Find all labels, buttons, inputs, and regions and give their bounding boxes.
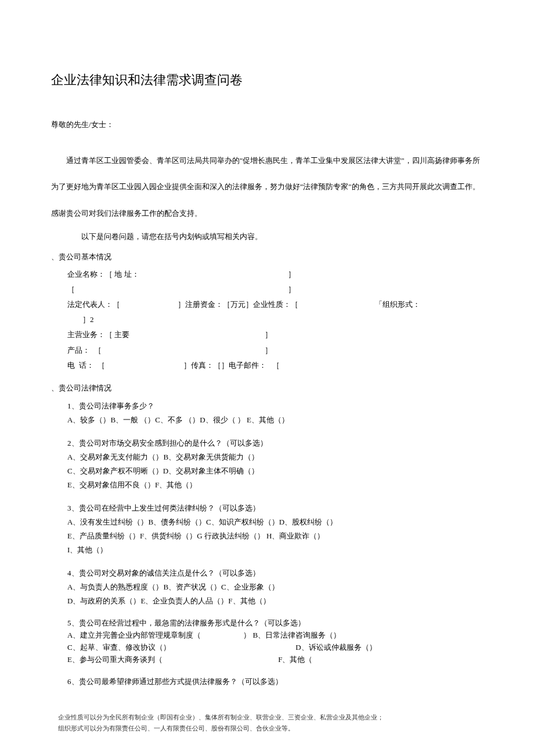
q3-opt-line1[interactable]: A、没有发生过纠纷（）B、债务纠纷（）C、知识产权纠纷（）D、股权纠纷（） bbox=[67, 515, 483, 529]
footnote-line2: 组织形式可以分为有限责任公司、一人有限责任公司、股份有限公司、合伙企业等。 bbox=[58, 723, 483, 734]
page-title: 企业法律知识和法律需求调查问卷 bbox=[51, 70, 483, 90]
salutation: 尊敬的先生/女士： bbox=[51, 119, 483, 131]
q5-opt-line2[interactable]: C、起草、审查、修改协议（） D、诉讼或仲裁服务（） bbox=[67, 642, 483, 654]
field-reg-capital-nature[interactable]: ］注册资金：［万元］企业性质：［ bbox=[178, 298, 375, 311]
q3-opt-line2[interactable]: E、产品质量纠纷（）F、供货纠纷（）G 行政执法纠纷（） H、商业欺诈（） bbox=[67, 529, 483, 543]
section1-header: 、贵公司基本情况 bbox=[51, 251, 483, 263]
q5-opt-line1[interactable]: A、建立并完善企业内部管理规章制度（ ） B、日常法律咨询服务（） bbox=[67, 630, 483, 642]
q2-opt-line2[interactable]: C、交易对象产权不明晰（）D、交易对象主体不明确（） bbox=[67, 464, 483, 478]
instruction-text: 以下是问卷问题，请您在括号内划钩或填写相关内容。 bbox=[51, 231, 483, 243]
bracket: ］ bbox=[265, 328, 272, 341]
field-address[interactable]: ［ bbox=[67, 283, 288, 296]
q6-text: 6、贵公司最希望律师通过那些方式提供法律服务？（可以多选） bbox=[67, 675, 483, 689]
footnote-line1: 企业性质可以分为全民所有制企业（即国有企业）、集体所有制企业、联营企业、三资企业… bbox=[58, 712, 483, 723]
intro-paragraph: 通过青羊区工业园管委会、青羊区司法局共同举办的"促增长惠民生，青羊工业集中发展区… bbox=[51, 147, 483, 227]
field-product[interactable]: 产品： ［ bbox=[67, 344, 265, 357]
q5-opt-c[interactable]: C、起草、审查、修改协议（） bbox=[67, 642, 294, 654]
basic-info-block: 企业名称：［ 地 址： ］ ［ ］ 法定代表人：［ ］注册资金：［万元］企业性质… bbox=[51, 268, 483, 372]
q4-opt-line2[interactable]: D、与政府的关系（）E、企业负责人的人品（）F、其他（） bbox=[67, 594, 483, 608]
q5-text: 5、贵公司在经营过程中，最急需的法律服务形式是什么？（可以多选） bbox=[67, 617, 483, 630]
questions-block: 1、贵公司法律事务多少？ A、较多（）B、一般 （）C、不多 （）D、很少（ ）… bbox=[51, 399, 483, 689]
field-company-name[interactable]: 企业名称：［ 地 址： bbox=[67, 268, 288, 281]
footnote: 企业性质可以分为全民所有制企业（即国有企业）、集体所有制企业、联营企业、三资企业… bbox=[51, 712, 483, 733]
section2-header: 、贵公司法律情况 bbox=[51, 382, 483, 395]
q5-opt-line3[interactable]: E、参与公司重大商务谈判（ F、其他（ bbox=[67, 654, 483, 666]
bracket: ］ bbox=[288, 283, 295, 296]
q4-opt-line1[interactable]: A、与负责人的熟悉程度（）B、资产状况（）C、企业形象（） bbox=[67, 580, 483, 594]
field-phone[interactable]: 电 话： ［ bbox=[67, 359, 183, 372]
q5-opt-a[interactable]: A、建立并完善企业内部管理规章制度（ bbox=[67, 630, 241, 642]
q5-opt-e[interactable]: E、参与公司重大商务谈判（ bbox=[67, 654, 276, 666]
question-2: 2、贵公司对市场交易安全感到担心的是什么？（可以多选） A、交易对象无支付能力（… bbox=[67, 436, 483, 492]
field-main-business[interactable]: 主营业务：［ 主要 bbox=[67, 328, 265, 341]
q2-opt-line1[interactable]: A、交易对象无支付能力（）B、交易对象无供货能力（） bbox=[67, 450, 483, 464]
field-org-form[interactable]: 「组织形式： bbox=[375, 298, 420, 311]
q5-opt-f[interactable]: F、其他（ bbox=[278, 655, 312, 664]
question-3: 3、贵公司在经营中上发生过何类法律纠纷？（可以多选） A、没有发生过纠纷（）B、… bbox=[67, 501, 483, 557]
q2-opt-line3[interactable]: E、交易对象信用不良（）F、其他（） bbox=[67, 478, 483, 492]
field-fax-email[interactable]: ］传真：［］电子邮件： ［ bbox=[183, 359, 280, 372]
question-1: 1、贵公司法律事务多少？ A、较多（）B、一般 （）C、不多 （）D、很少（ ）… bbox=[67, 399, 483, 427]
question-6: 6、贵公司最希望律师通过那些方式提供法律服务？（可以多选） bbox=[67, 675, 483, 689]
q3-opt-line3[interactable]: I、其他（） bbox=[67, 543, 483, 557]
q1-options[interactable]: A、较多（）B、一般 （）C、不多 （）D、很少（ ） E、其他（） bbox=[67, 413, 483, 427]
question-5: 5、贵公司在经营过程中，最急需的法律服务形式是什么？（可以多选） A、建立并完善… bbox=[67, 617, 483, 665]
q5-opt-d[interactable]: D、诉讼或仲裁服务（） bbox=[295, 643, 376, 652]
q4-text: 4、贵公司对交易对象的诚信关注点是什么？（可以多选） bbox=[67, 566, 483, 580]
q2-text: 2、贵公司对市场交易安全感到担心的是什么？（可以多选） bbox=[67, 436, 483, 450]
field-org-form-end: ］2 bbox=[67, 313, 94, 326]
q5-opt-b[interactable]: ） B、日常法律咨询服务（） bbox=[243, 631, 341, 639]
question-4: 4、贵公司对交易对象的诚信关注点是什么？（可以多选） A、与负责人的熟悉程度（）… bbox=[67, 566, 483, 608]
q3-text: 3、贵公司在经营中上发生过何类法律纠纷？（可以多选） bbox=[67, 501, 483, 515]
field-legal-rep[interactable]: 法定代表人：［ bbox=[67, 298, 178, 311]
bracket: ］ bbox=[288, 268, 295, 281]
q1-text: 1、贵公司法律事务多少？ bbox=[67, 399, 483, 413]
bracket: ］ bbox=[265, 344, 272, 357]
